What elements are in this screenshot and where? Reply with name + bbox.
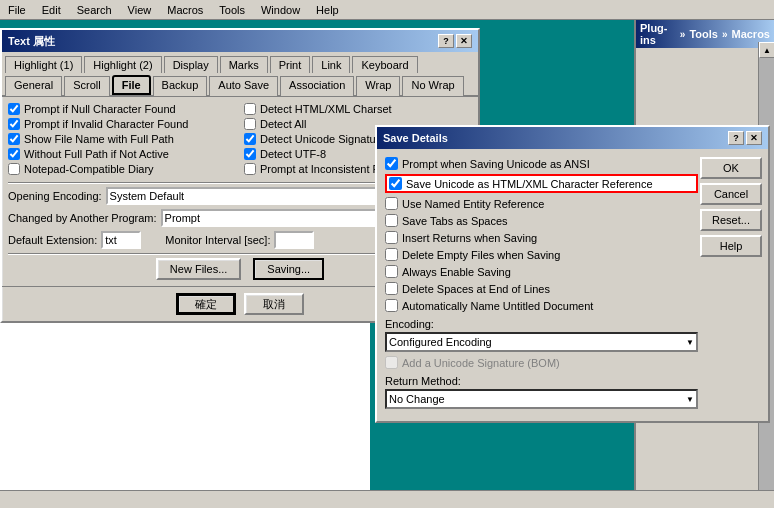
tab-display[interactable]: Display <box>164 56 218 73</box>
bom-label: Add a Unicode Signature (BOM) <box>402 357 560 369</box>
tab-nowrap[interactable]: No Wrap <box>402 76 463 96</box>
tools-label[interactable]: Tools <box>689 28 718 40</box>
cb-notepad-diary[interactable] <box>8 163 20 175</box>
sd-named-entity[interactable] <box>385 197 398 210</box>
macros-label[interactable]: Macros <box>731 28 770 40</box>
cb-detect-html-label: Detect HTML/XML Charset <box>260 103 392 115</box>
new-files-btn[interactable]: New Files... <box>156 258 241 280</box>
tab-highlight1[interactable]: Highlight (1) <box>5 56 82 73</box>
sd-delete-empty[interactable] <box>385 248 398 261</box>
dialog-save-details-titlebar: Save Details ? ✕ <box>377 127 768 149</box>
scroll-up-btn[interactable]: ▲ <box>759 42 774 58</box>
save-close-btn[interactable]: ✕ <box>746 131 762 145</box>
cb-without-fullpath[interactable] <box>8 148 20 160</box>
encoding-section-label: Encoding: <box>385 318 698 330</box>
cb-prompt-inconsistent[interactable] <box>244 163 256 175</box>
sd-prompt-unicode[interactable] <box>385 157 398 170</box>
cb-invalid-char-label: Prompt if Invalid Character Found <box>24 118 188 130</box>
save-ok-btn[interactable]: OK <box>700 157 762 179</box>
tab-link[interactable]: Link <box>312 56 350 73</box>
close-titlebar-btn[interactable]: ✕ <box>456 34 472 48</box>
dialog-text-attr-title: Text 属性 <box>8 34 55 49</box>
sd-save-tabs[interactable] <box>385 214 398 227</box>
tab-strip-row2: General Scroll File Backup Auto Save Ass… <box>2 72 478 97</box>
tab-highlight2[interactable]: Highlight (2) <box>84 56 161 73</box>
save-reset-btn[interactable]: Reset... <box>700 209 762 231</box>
dialog-save-details-title: Save Details <box>383 132 448 144</box>
sd-row-8: Delete Spaces at End of Lines <box>385 282 698 295</box>
return-method-value: No Change <box>389 393 445 405</box>
sd-auto-name[interactable] <box>385 299 398 312</box>
plugins-chevron: » <box>680 29 686 40</box>
menu-help[interactable]: Help <box>312 3 343 17</box>
save-side-buttons: OK Cancel Reset... Help <box>700 157 762 257</box>
cb-detect-utf8[interactable] <box>244 148 256 160</box>
menu-edit[interactable]: Edit <box>38 3 65 17</box>
sd-row-3: Use Named Entity Reference <box>385 197 698 210</box>
encoding-dropdown[interactable]: Configured Encoding ▼ <box>385 332 698 352</box>
cb-detect-unicode[interactable] <box>244 133 256 145</box>
cb-row-6: Detect HTML/XML Charset <box>244 103 472 115</box>
sd-always-enable-label: Always Enable Saving <box>402 266 511 278</box>
sd-always-enable[interactable] <box>385 265 398 278</box>
tab-print[interactable]: Print <box>270 56 311 73</box>
cb-detect-html[interactable] <box>244 103 256 115</box>
plugins-label[interactable]: Plug-ins <box>640 22 676 46</box>
menu-tools[interactable]: Tools <box>215 3 249 17</box>
menubar: File Edit Search View Macros Tools Windo… <box>0 0 774 20</box>
sd-delete-empty-label: Delete Empty Files when Saving <box>402 249 560 261</box>
cb-row-3: Show File Name with Full Path <box>8 133 236 145</box>
tab-backup[interactable]: Backup <box>153 76 208 96</box>
cb-row-1: Prompt if Null Character Found <box>8 103 236 115</box>
tools-chevron: » <box>722 29 728 40</box>
menu-file[interactable]: File <box>4 3 30 17</box>
tab-autosave[interactable]: Auto Save <box>209 76 278 96</box>
default-ext-label: Default Extension: <box>8 234 97 246</box>
return-method-arrow: ▼ <box>686 395 694 404</box>
help-titlebar-btn[interactable]: ? <box>438 34 454 48</box>
tab-file[interactable]: File <box>112 75 151 95</box>
saving-btn[interactable]: Saving... <box>253 258 324 280</box>
return-method-dropdown[interactable]: No Change ▼ <box>385 389 698 409</box>
tab-keyboard[interactable]: Keyboard <box>352 56 417 73</box>
cb-null-char[interactable] <box>8 103 20 115</box>
monitor-input[interactable] <box>274 231 314 249</box>
sd-save-html[interactable] <box>389 177 402 190</box>
sd-named-entity-label: Use Named Entity Reference <box>402 198 544 210</box>
save-help-side-btn[interactable]: Help <box>700 235 762 257</box>
tab-scroll[interactable]: Scroll <box>64 76 110 96</box>
cb-prompt-inconsistent-label: Prompt at Inconsistent R... <box>260 163 390 175</box>
save-cancel-btn[interactable]: Cancel <box>700 183 762 205</box>
default-ext-input[interactable] <box>101 231 141 249</box>
tab-general[interactable]: General <box>5 76 62 96</box>
cb-invalid-char[interactable] <box>8 118 20 130</box>
tab-wrap[interactable]: Wrap <box>356 76 400 96</box>
sd-delete-spaces-label: Delete Spaces at End of Lines <box>402 283 550 295</box>
save-help-btn[interactable]: ? <box>728 131 744 145</box>
tab-association[interactable]: Association <box>280 76 354 96</box>
menu-window[interactable]: Window <box>257 3 304 17</box>
cb-detect-all[interactable] <box>244 118 256 130</box>
bom-checkbox[interactable] <box>385 356 398 369</box>
return-method-label: Return Method: <box>385 375 698 387</box>
tab-marks[interactable]: Marks <box>220 56 268 73</box>
sd-insert-returns[interactable] <box>385 231 398 244</box>
left-col: Prompt if Null Character Found Prompt if… <box>8 103 236 178</box>
cancel-btn[interactable]: 取消 <box>244 293 304 315</box>
encoding-value: Configured Encoding <box>389 336 492 348</box>
sd-row-4: Save Tabs as Spaces <box>385 214 698 227</box>
cb-show-fullpath[interactable] <box>8 133 20 145</box>
menu-view[interactable]: View <box>124 3 156 17</box>
sd-insert-returns-label: Insert Returns when Saving <box>402 232 537 244</box>
menu-search[interactable]: Search <box>73 3 116 17</box>
changed-by-label: Changed by Another Program: <box>8 212 157 224</box>
tab-strip-row1: Highlight (1) Highlight (2) Display Mark… <box>2 52 478 74</box>
save-details-body: Prompt when Saving Unicode as ANSI Save … <box>377 149 768 421</box>
sd-delete-spaces[interactable] <box>385 282 398 295</box>
ok-btn[interactable]: 確定 <box>176 293 236 315</box>
save-titlebar-buttons: ? ✕ <box>728 131 762 145</box>
menu-macros[interactable]: Macros <box>163 3 207 17</box>
sd-row-1: Prompt when Saving Unicode as ANSI <box>385 157 698 170</box>
dialog-save-details: Save Details ? ✕ Prompt when Saving Unic… <box>375 125 770 423</box>
cb-row-5: Notepad-Compatible Diary <box>8 163 236 175</box>
